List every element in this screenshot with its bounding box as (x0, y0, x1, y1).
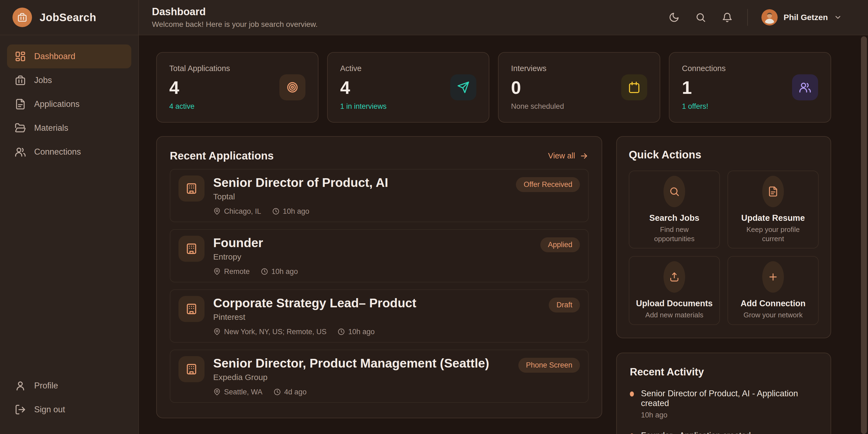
application-row[interactable]: Senior Director, Product Management (Sea… (170, 350, 589, 403)
stat-value: 4 (340, 79, 386, 97)
sidebar-item-label: Applications (34, 99, 80, 109)
main: Dashboard Welcome back! Here is your job… (139, 0, 868, 434)
sidebar-footer: Profile Sign out (0, 368, 138, 434)
stat-subtext: None scheduled (511, 102, 564, 111)
job-title: Senior Director of Product, AI (213, 176, 507, 190)
activity-time: 10h ago (641, 411, 817, 420)
building-icon (179, 296, 205, 322)
stat-label: Interviews (511, 64, 564, 73)
sidebar-nav: Dashboard Jobs Applications Materials Co… (0, 35, 138, 164)
view-all-label: View all (548, 151, 575, 160)
send-icon (450, 74, 476, 100)
dark-mode-toggle[interactable] (668, 11, 681, 24)
application-row[interactable]: Senior Director of Product, AI Toptal Ch… (170, 169, 589, 222)
sidebar: JobSearch Dashboard Jobs Applications Ma… (0, 0, 139, 434)
status-badge: Draft (549, 298, 580, 312)
sidebar-item-signout[interactable]: Sign out (7, 398, 131, 422)
content: Total Applications 4 4 active Active 4 1… (139, 35, 868, 434)
company-name: Entropy (213, 252, 532, 261)
sidebar-item-materials[interactable]: Materials (7, 116, 131, 140)
clock-icon (337, 328, 345, 336)
sidebar-item-jobs[interactable]: Jobs (7, 68, 131, 92)
users-icon (14, 146, 26, 158)
briefcase-logo-icon (12, 8, 32, 27)
sidebar-item-applications[interactable]: Applications (7, 92, 131, 116)
search-button[interactable] (694, 11, 707, 24)
stat-label: Total Applications (169, 64, 230, 73)
user-icon (14, 380, 26, 392)
notifications-button[interactable] (721, 11, 734, 24)
topbar-actions: Phil Getzen (668, 9, 842, 26)
clock-icon (261, 268, 268, 275)
page-subtitle: Welcome back! Here is your job search ov… (152, 20, 318, 29)
panel-title: Recent Activity (630, 366, 817, 378)
stat-card-interviews: Interviews 0 None scheduled (498, 52, 660, 123)
user-menu[interactable]: Phil Getzen (762, 9, 842, 26)
status-badge: Phone Screen (518, 358, 580, 373)
folder-open-icon (14, 122, 26, 134)
quick-action-add-connection[interactable]: Add Connection Grow your network (727, 256, 818, 325)
quick-action-subtitle: Add new materials (645, 311, 703, 320)
search-icon (695, 12, 706, 23)
building-icon (179, 236, 205, 262)
application-row[interactable]: Founder Entropy Remote 10h ago Applied (170, 229, 589, 282)
quick-action-title: Update Resume (741, 213, 805, 223)
file-text-icon (762, 176, 784, 207)
building-icon (179, 176, 205, 202)
clock-icon (273, 388, 281, 396)
stat-card-connections: Connections 1 1 offers! (669, 52, 831, 123)
building-icon (179, 356, 205, 382)
sidebar-item-profile[interactable]: Profile (7, 374, 131, 398)
app-name: JobSearch (40, 11, 96, 24)
activity-item: Founder - Application created 10h ago (630, 431, 817, 434)
stat-label: Active (340, 64, 386, 73)
target-icon (279, 74, 305, 100)
quick-action-search-jobs[interactable]: Search Jobs Find new opportunities (629, 170, 720, 248)
job-location: Chicago, IL (224, 207, 261, 216)
company-name: Toptal (213, 192, 507, 201)
job-time: 10h ago (272, 268, 298, 276)
chevron-down-icon (834, 13, 842, 22)
activity-title: Senior Director of Product, AI - Applica… (641, 389, 817, 408)
sidebar-item-label: Dashboard (34, 52, 75, 61)
quick-action-subtitle: Keep your profile current (739, 225, 807, 244)
job-title: Corporate Strategy Lead– Product (213, 296, 540, 310)
view-all-link[interactable]: View all (548, 151, 589, 161)
stat-value: 1 (682, 79, 725, 97)
sidebar-spacer (0, 164, 138, 368)
sidebar-item-connections[interactable]: Connections (7, 140, 131, 164)
stat-label: Connections (682, 64, 725, 73)
stat-subtext: 1 in interviews (340, 102, 386, 111)
job-location: Seattle, WA (224, 388, 262, 396)
job-title: Founder (213, 236, 532, 250)
stat-subtext: 1 offers! (682, 102, 725, 111)
map-pin-icon (213, 328, 221, 336)
calendar-icon (621, 74, 647, 100)
sidebar-item-label: Connections (34, 147, 81, 157)
quick-actions-panel: Quick Actions Search Jobs Find new oppor… (616, 136, 831, 338)
briefcase-icon (14, 74, 26, 86)
panel-title: Recent Applications (170, 150, 274, 162)
map-pin-icon (213, 268, 221, 275)
arrow-right-icon (579, 151, 589, 161)
map-pin-icon (213, 388, 221, 396)
company-name: Expedia Group (213, 373, 510, 382)
quick-action-subtitle: Grow your network (744, 311, 803, 320)
plus-icon (762, 261, 784, 293)
stat-card-active: Active 4 1 in interviews (327, 52, 489, 123)
quick-action-update-resume[interactable]: Update Resume Keep your profile current (727, 170, 818, 248)
map-pin-icon (213, 208, 221, 215)
stats-row: Total Applications 4 4 active Active 4 1… (156, 52, 831, 123)
job-location: New York, NY, US; Remote, US (224, 328, 327, 336)
users-icon (792, 74, 818, 100)
topbar-left: Dashboard Welcome back! Here is your job… (152, 6, 318, 29)
scrollbar-thumb[interactable] (861, 36, 867, 434)
stat-card-total-applications: Total Applications 4 4 active (156, 52, 318, 123)
moon-icon (669, 12, 680, 23)
upload-icon (663, 261, 685, 293)
company-name: Pinterest (213, 312, 540, 322)
activity-dot-icon (630, 392, 634, 397)
application-row[interactable]: Corporate Strategy Lead– Product Pintere… (170, 289, 589, 343)
quick-action-upload-documents[interactable]: Upload Documents Add new materials (629, 256, 720, 325)
sidebar-item-dashboard[interactable]: Dashboard (7, 44, 131, 68)
